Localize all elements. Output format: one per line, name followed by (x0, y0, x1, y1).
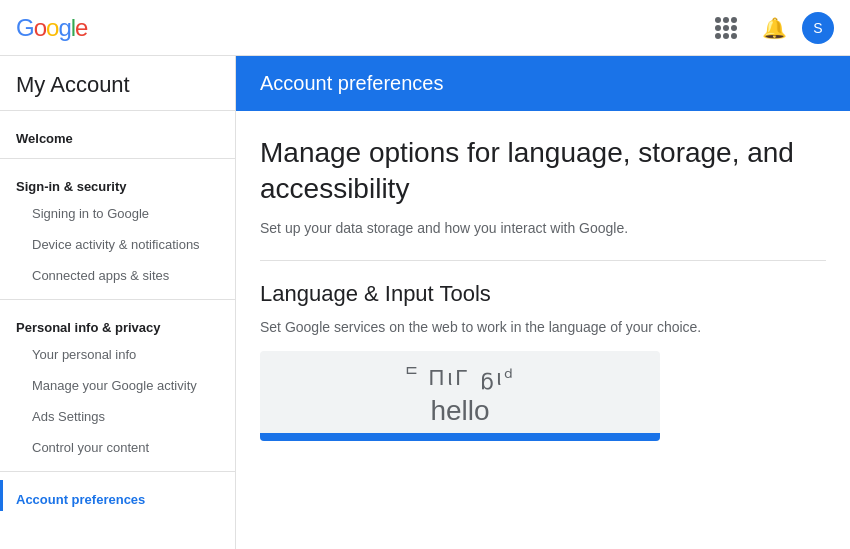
notifications-button[interactable]: 🔔 (754, 8, 794, 48)
lang-heading: Language & Input Tools (260, 281, 826, 307)
app-header: Google 🔔 S (0, 0, 850, 56)
main-content: Account preferences Manage options for l… (236, 56, 850, 549)
main-subtext: Set up your data storage and how you int… (260, 220, 826, 236)
logo-o2: o (46, 14, 58, 41)
apps-button[interactable] (706, 8, 746, 48)
logo-e: e (75, 14, 87, 41)
content-header: Account preferences (236, 56, 850, 111)
sidebar-item-your-personal-info[interactable]: Your personal info (0, 339, 235, 370)
intro-section: Manage options for language, storage, an… (260, 135, 826, 236)
header-icons: 🔔 S (706, 8, 834, 48)
nav-divider-1 (0, 158, 235, 159)
grid-icon (715, 17, 737, 39)
lang-script-text: ᄃΠιΓ ᵷιᵈ (404, 365, 517, 391)
lang-bar (260, 433, 660, 441)
main-layout: My Account Welcome Sign-in & security Si… (0, 56, 850, 549)
nav-divider-2 (0, 299, 235, 300)
sidebar-item-ads-settings[interactable]: Ads Settings (0, 401, 235, 432)
sidebar-item-welcome[interactable]: Welcome (0, 119, 235, 150)
bell-icon: 🔔 (762, 16, 787, 40)
section-divider (260, 260, 826, 261)
content-body: Manage options for language, storage, an… (236, 111, 850, 489)
lang-illustration-inner: ᄃΠιΓ ᵷιᵈ hello (260, 351, 660, 441)
logo-g: G (16, 14, 34, 41)
sidebar: My Account Welcome Sign-in & security Si… (0, 56, 236, 549)
sidebar-item-control-content[interactable]: Control your content (0, 432, 235, 463)
avatar[interactable]: S (802, 12, 834, 44)
sidebar-active-section: Account preferences (0, 480, 235, 511)
lang-hello-text: hello (430, 395, 489, 427)
lang-subtext: Set Google services on the web to work i… (260, 319, 826, 335)
language-section: Language & Input Tools Set Google servic… (260, 281, 826, 441)
sidebar-title: My Account (16, 72, 130, 97)
sidebar-nav: Welcome Sign-in & security Signing in to… (0, 111, 235, 519)
google-logo: Google (16, 14, 87, 42)
sidebar-item-connected-apps[interactable]: Connected apps & sites (0, 260, 235, 291)
logo-g2: g (58, 14, 70, 41)
content-header-title: Account preferences (260, 72, 443, 94)
logo-o1: o (34, 14, 46, 41)
sidebar-item-sign-in[interactable]: Sign-in & security (0, 167, 235, 198)
sidebar-header: My Account (0, 56, 235, 111)
sidebar-item-personal-info[interactable]: Personal info & privacy (0, 308, 235, 339)
sidebar-item-signing-in[interactable]: Signing in to Google (0, 198, 235, 229)
sidebar-item-manage-activity[interactable]: Manage your Google activity (0, 370, 235, 401)
nav-divider-3 (0, 471, 235, 472)
sidebar-item-account-preferences[interactable]: Account preferences (0, 480, 235, 511)
main-heading: Manage options for language, storage, an… (260, 135, 826, 208)
sidebar-item-device-activity[interactable]: Device activity & notifications (0, 229, 235, 260)
lang-illustration: ᄃΠιΓ ᵷιᵈ hello (260, 351, 660, 441)
